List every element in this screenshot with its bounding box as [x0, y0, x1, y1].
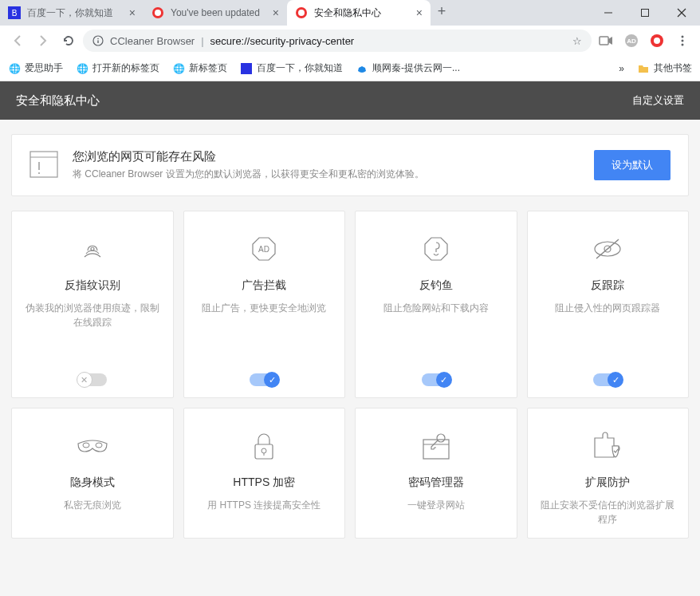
- toggle-adblock[interactable]: ✓: [250, 373, 278, 386]
- site-info-icon[interactable]: [92, 35, 104, 46]
- minimize-button[interactable]: [590, 0, 627, 26]
- warning-window-icon: [29, 151, 58, 180]
- folder-icon: [637, 62, 650, 75]
- tabs: B 百度一下，你就知道 × You've been updated × 安全和隐…: [0, 0, 590, 26]
- card-title: 扩展防护: [585, 476, 630, 490]
- custom-settings-link[interactable]: 自定义设置: [632, 93, 684, 108]
- svg-point-26: [91, 247, 94, 251]
- ccleaner-ext-icon[interactable]: [646, 30, 668, 52]
- svg-point-3: [155, 10, 161, 16]
- svg-text:AD: AD: [258, 245, 269, 254]
- content-area: 您浏览的网页可能存在风险 将 CCleaner Browser 设置为您的默认浏…: [0, 120, 700, 596]
- svg-point-33: [83, 443, 89, 448]
- card-anti-fingerprint[interactable]: 反指纹识别 伪装我的浏览器使用痕迹，限制在线跟踪 ✕: [11, 211, 174, 398]
- titlebar: B 百度一下，你就知道 × You've been updated × 安全和隐…: [0, 0, 700, 26]
- svg-line-32: [596, 239, 619, 259]
- toggle-anti-fingerprint[interactable]: ✕: [78, 373, 107, 386]
- svg-point-20: [682, 44, 684, 46]
- tab-baidu[interactable]: B 百度一下，你就知道 ×: [0, 0, 144, 26]
- svg-rect-7: [642, 10, 649, 17]
- svg-point-17: [654, 37, 660, 44]
- svg-point-40: [437, 434, 445, 442]
- tab-title: 百度一下，你就知道: [27, 6, 124, 20]
- card-incognito[interactable]: 隐身模式 私密无痕浏览: [11, 408, 174, 539]
- tab-security-center[interactable]: 安全和隐私中心 ×: [287, 0, 431, 26]
- banner-title: 您浏览的网页可能存在风险: [73, 149, 424, 164]
- bookmark-label: 爱思助手: [25, 61, 63, 75]
- card-adblock[interactable]: AD 广告拦截 阻止广告，更快更安全地浏览 ✓: [183, 211, 346, 398]
- mask-icon: [69, 428, 116, 464]
- bookmark-item[interactable]: 顺网秦-提供云网一...: [356, 61, 460, 75]
- card-https[interactable]: HTTPS 加密 用 HTTPS 连接提高安全性: [183, 408, 346, 539]
- svg-point-34: [96, 443, 102, 448]
- omnibox-separator: |: [201, 35, 203, 47]
- bookmark-item[interactable]: 🌐爱思助手: [8, 61, 63, 75]
- addressbar-row: CCleaner Browser | secure://security-pri…: [0, 26, 700, 56]
- omnibox-appname: CCleaner Browser: [110, 35, 195, 47]
- key-window-icon: [412, 428, 460, 464]
- card-anti-phishing[interactable]: 反钓鱼 阻止危险网站和下载内容 ✓: [355, 211, 517, 398]
- banner-desc: 将 CCleaner Browser 设置为您的默认浏览器，以获得更安全和更私密…: [73, 168, 424, 181]
- globe-icon: 🌐: [76, 62, 88, 75]
- ship-icon: [356, 62, 368, 75]
- baidu-icon: [240, 62, 253, 75]
- bookmark-item[interactable]: 百度一下，你就知道: [240, 61, 343, 75]
- close-icon[interactable]: ×: [416, 6, 423, 19]
- card-desc: 阻止安装不受信任的浏览器扩展程序: [537, 498, 679, 527]
- set-default-button[interactable]: 设为默认: [594, 150, 671, 180]
- window-controls: [590, 0, 700, 26]
- bookmark-label: 顺网秦-提供云网一...: [372, 61, 460, 75]
- svg-point-25: [38, 172, 40, 174]
- omnibox[interactable]: CCleaner Browser | secure://security-pri…: [83, 30, 592, 52]
- close-icon[interactable]: ×: [273, 6, 279, 19]
- bookmark-item[interactable]: 🌐新标签页: [172, 61, 227, 75]
- card-desc: 阻止危险网站和下载内容: [383, 301, 489, 364]
- back-button[interactable]: [6, 30, 29, 52]
- toggle-anti-tracking[interactable]: ✓: [593, 373, 622, 386]
- other-bookmarks-label: 其他书签: [654, 61, 692, 75]
- card-desc: 伪装我的浏览器使用痕迹，限制在线跟踪: [22, 301, 163, 364]
- puzzle-shield-icon: [584, 428, 631, 464]
- svg-point-5: [298, 10, 305, 16]
- globe-icon: 🌐: [8, 62, 21, 75]
- tab-title: 安全和隐私中心: [314, 6, 411, 20]
- close-icon[interactable]: ×: [129, 6, 136, 19]
- tab-updated[interactable]: You've been updated ×: [144, 0, 287, 26]
- card-extension-guard[interactable]: 扩展防护 阻止安装不受信任的浏览器扩展程序: [527, 408, 690, 539]
- card-password-manager[interactable]: 密码管理器 一键登录网站: [355, 408, 517, 539]
- toggle-anti-phishing[interactable]: ✓: [422, 373, 450, 386]
- menu-button[interactable]: [671, 30, 694, 52]
- maximize-button[interactable]: [627, 0, 663, 26]
- card-desc: 阻止广告，更快更安全地浏览: [202, 301, 326, 364]
- bookmark-label: 新标签页: [189, 61, 227, 75]
- other-bookmarks[interactable]: 其他书签: [637, 61, 692, 75]
- bookmark-star-icon[interactable]: ☆: [572, 35, 582, 47]
- ccleaner-icon: [151, 6, 164, 19]
- new-tab-button[interactable]: +: [431, 0, 453, 22]
- svg-point-36: [262, 448, 266, 453]
- close-window-button[interactable]: [663, 0, 700, 26]
- bookmark-item[interactable]: 🌐打开新的标签页: [76, 61, 159, 75]
- bookmarks-overflow-icon[interactable]: »: [619, 63, 624, 74]
- card-anti-tracking[interactable]: 反跟踪 阻止侵入性的网页跟踪器 ✓: [527, 211, 690, 398]
- adblock-icon: AD: [240, 231, 288, 267]
- svg-rect-35: [255, 444, 273, 459]
- reload-button[interactable]: [57, 30, 80, 52]
- card-title: HTTPS 加密: [233, 476, 295, 490]
- svg-rect-13: [600, 37, 608, 45]
- ccleaner-icon: [295, 6, 308, 19]
- forward-button[interactable]: [32, 30, 54, 52]
- card-title: 广告拦截: [242, 278, 286, 293]
- default-browser-banner: 您浏览的网页可能存在风险 将 CCleaner Browser 设置为您的默认浏…: [11, 134, 689, 196]
- svg-text:AD: AD: [627, 37, 636, 45]
- svg-point-19: [682, 40, 684, 42]
- card-title: 反跟踪: [591, 278, 624, 293]
- lock-icon: [240, 428, 288, 464]
- svg-point-18: [682, 36, 684, 38]
- adblock-badge-icon[interactable]: AD: [620, 30, 643, 52]
- page-title: 安全和隐私中心: [16, 93, 100, 109]
- content-header: 安全和隐私中心 自定义设置: [0, 81, 700, 120]
- camera-icon[interactable]: [595, 30, 617, 52]
- tab-title: You've been updated: [171, 7, 268, 18]
- card-title: 反钓鱼: [419, 278, 453, 293]
